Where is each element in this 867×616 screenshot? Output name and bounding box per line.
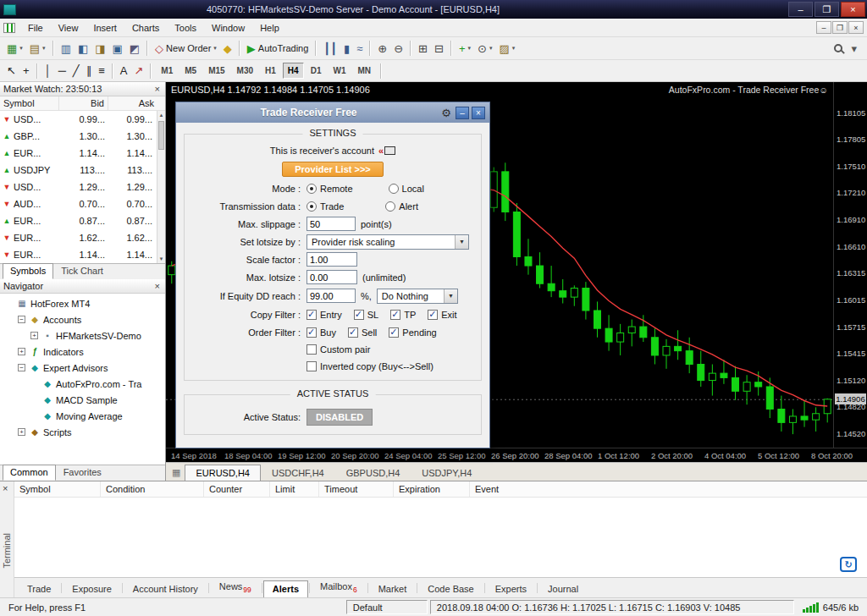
- chart-tab-usdjpy-h4[interactable]: USDJPY,H4: [411, 465, 483, 481]
- bar-chart-mode-button[interactable]: ┃┃: [320, 39, 340, 58]
- mdi-minimize-button[interactable]: –: [816, 21, 831, 34]
- mdi-close-button[interactable]: ×: [848, 21, 864, 34]
- terminal-tab-journal[interactable]: Journal: [538, 580, 588, 597]
- max-slippage-input[interactable]: [306, 217, 356, 231]
- checkbox-icon[interactable]: [306, 327, 317, 338]
- price-axis[interactable]: 1.181051.178051.175101.172101.169101.166…: [833, 82, 867, 448]
- candlestick-mode-button[interactable]: ▮: [340, 39, 353, 58]
- table-row[interactable]: ▼USD...1.29...1.29...: [0, 179, 165, 195]
- order-filter-pending[interactable]: Pending: [389, 327, 436, 338]
- tree-item-hotforex-mt4[interactable]: ▦HotForex MT4: [0, 295, 165, 311]
- order-filter-sell[interactable]: Sell: [348, 327, 377, 338]
- checkbox-icon[interactable]: [389, 327, 399, 338]
- column-header-limit[interactable]: Limit: [270, 481, 319, 497]
- collapse-minus-icon[interactable]: −: [18, 364, 25, 371]
- tab-tick-chart[interactable]: Tick Chart: [53, 263, 111, 279]
- custom-pair-checkbox[interactable]: [306, 344, 317, 355]
- copy-filter-entry[interactable]: Entry: [306, 310, 342, 320]
- expand-plus-icon[interactable]: +: [30, 332, 38, 339]
- timeframe-w1[interactable]: W1: [328, 63, 351, 79]
- checkbox-icon[interactable]: [428, 310, 438, 320]
- timeframe-h1[interactable]: H1: [260, 63, 281, 79]
- chevron-down-icon[interactable]: ▼: [455, 235, 468, 249]
- dropdown-arrow-icon[interactable]: ▾: [213, 45, 217, 52]
- minimize-button[interactable]: –: [788, 2, 813, 17]
- terminal-tab-code-base[interactable]: Code Base: [418, 580, 483, 597]
- templates-button[interactable]: ▨▾: [495, 39, 518, 58]
- column-header-condition[interactable]: Condition: [101, 481, 204, 497]
- checkbox-icon[interactable]: [306, 310, 317, 320]
- tree-item-scripts[interactable]: +◆Scripts: [0, 424, 165, 440]
- arrows-tool[interactable]: ↗: [130, 62, 146, 80]
- dropdown-arrow-icon[interactable]: ▾: [19, 45, 23, 52]
- search-icon[interactable]: [834, 44, 842, 52]
- scale-factor-input[interactable]: [306, 252, 357, 267]
- equity-dd-action-dropdown[interactable]: Do Nothing ▼: [377, 289, 458, 304]
- data-window-button[interactable]: ◧: [75, 39, 91, 58]
- cascade-windows-button[interactable]: ⊟: [431, 39, 447, 58]
- transmission-trade-radio[interactable]: [306, 201, 317, 212]
- tree-item-expert-advisors[interactable]: −◆Expert Advisors: [0, 360, 165, 376]
- channel-tool[interactable]: ∥: [83, 62, 96, 80]
- new-order-button[interactable]: ◇New Order▾: [152, 39, 220, 58]
- copy-filter-tp[interactable]: TP: [390, 310, 416, 320]
- vertical-line-tool[interactable]: │: [41, 62, 55, 80]
- new-chart-button[interactable]: ▦▾: [3, 39, 26, 58]
- periods-button[interactable]: ⊙▾: [474, 39, 495, 58]
- window-titlebar[interactable]: 4050770: HFMarketsSV-Demo Server - Demo …: [0, 0, 867, 19]
- checkbox-icon[interactable]: [348, 327, 358, 338]
- terminal-button[interactable]: ▣: [109, 39, 126, 58]
- market-watch-scrollbar[interactable]: ▲ ▼: [157, 111, 165, 263]
- copy-filter-sl[interactable]: SL: [354, 310, 378, 320]
- maximize-button[interactable]: ❐: [815, 2, 839, 17]
- column-header-expiration[interactable]: Expiration: [394, 481, 470, 497]
- table-row[interactable]: ▲EUR...0.87...0.87...: [0, 212, 165, 229]
- table-row[interactable]: ▼AUD...0.70...0.70...: [0, 195, 165, 212]
- scrollbar-thumb[interactable]: [158, 121, 164, 150]
- line-chart-mode-button[interactable]: ≈: [353, 39, 366, 58]
- mode-remote-radio[interactable]: [306, 184, 317, 194]
- menu-file[interactable]: File: [20, 20, 51, 36]
- strategy-tester-button[interactable]: ◩: [126, 39, 143, 58]
- alerts-list-area[interactable]: ↻: [14, 498, 867, 577]
- checkbox-icon[interactable]: [354, 310, 364, 320]
- chart-list-icon[interactable]: ▦: [168, 467, 185, 481]
- copy-filter-exit[interactable]: Exit: [428, 310, 456, 320]
- column-header-counter[interactable]: Counter: [204, 481, 270, 497]
- timeframe-m5[interactable]: M5: [179, 63, 202, 79]
- trendline-tool[interactable]: ╱: [69, 62, 83, 80]
- market-watch-button[interactable]: ▥: [58, 39, 75, 58]
- terminal-tab-experts[interactable]: Experts: [486, 580, 536, 597]
- metaeditor-button[interactable]: ◆: [220, 39, 235, 58]
- terminal-tab-account-history[interactable]: Account History: [124, 580, 207, 597]
- timeframe-m1[interactable]: M1: [156, 63, 178, 79]
- quick-navigation-icon[interactable]: ▾: [851, 43, 857, 54]
- column-header-ask[interactable]: Ask: [108, 96, 157, 110]
- fibonacci-tool[interactable]: ≡: [95, 62, 108, 80]
- menu-charts[interactable]: Charts: [124, 20, 167, 36]
- profiles-button[interactable]: ▤▾: [26, 39, 49, 58]
- tile-windows-button[interactable]: ⊞: [415, 39, 431, 58]
- column-header-timeout[interactable]: Timeout: [319, 481, 394, 497]
- dropdown-arrow-icon[interactable]: ▾: [468, 45, 472, 52]
- chart-tab-eurusd-h4[interactable]: EURUSD,H4: [185, 465, 261, 481]
- provider-list-button[interactable]: Provider List >>>: [282, 162, 384, 177]
- table-row[interactable]: ▼USD...0.99...0.99...: [0, 111, 165, 128]
- active-status-button[interactable]: DISABLED: [306, 409, 373, 426]
- gear-icon[interactable]: ⚙: [439, 107, 453, 119]
- terminal-close-icon[interactable]: ×: [3, 483, 8, 493]
- column-header-symbol[interactable]: Symbol: [14, 481, 101, 497]
- terminal-tab-trade[interactable]: Trade: [18, 580, 60, 597]
- menu-window[interactable]: Window: [204, 20, 252, 36]
- scroll-up-icon[interactable]: ▲: [157, 111, 165, 119]
- time-axis[interactable]: 14 Sep 201818 Sep 04:0019 Sep 12:0020 Se…: [166, 448, 867, 462]
- crosshair-tool[interactable]: +: [19, 62, 33, 80]
- timeframe-mn[interactable]: MN: [352, 63, 376, 79]
- timeframe-h4[interactable]: H4: [283, 63, 304, 79]
- tab-symbols[interactable]: Symbols: [3, 263, 53, 279]
- market-watch-close-icon[interactable]: ×: [153, 84, 162, 94]
- tree-item-autofxpro-com-tra[interactable]: ◆AutoFxPro.com - Tra: [0, 376, 165, 392]
- order-filter-buy[interactable]: Buy: [306, 327, 336, 338]
- transmission-alert-radio[interactable]: [385, 201, 395, 212]
- community-icon[interactable]: ↻: [840, 557, 857, 572]
